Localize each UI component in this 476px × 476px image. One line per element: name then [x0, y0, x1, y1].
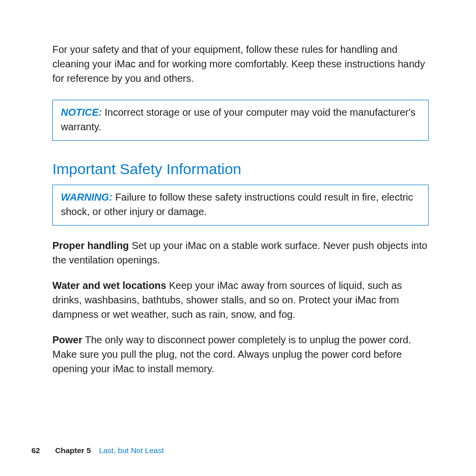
document-page: For your safety and that of your equipme…: [0, 0, 476, 376]
page-footer: 62 Chapter 5 Last, but Not Least: [31, 446, 164, 455]
chapter-label: Chapter 5: [55, 446, 91, 455]
paragraph-power: Power The only way to disconnect power c…: [52, 333, 429, 376]
page-number: 62: [31, 446, 40, 455]
run-in-heading: Proper handling: [52, 240, 129, 251]
chapter-title: Last, but Not Least: [99, 446, 164, 455]
paragraph-water: Water and wet locations Keep your iMac a…: [52, 278, 429, 322]
section-heading: Important Safety Information: [52, 161, 429, 178]
paragraph-text: The only way to disconnect power complet…: [52, 334, 411, 374]
notice-text: Incorrect storage or use of your compute…: [61, 107, 416, 132]
intro-paragraph: For your safety and that of your equipme…: [52, 42, 429, 86]
warning-text: Failure to follow these safety instructi…: [61, 192, 413, 217]
notice-callout: NOTICE: Incorrect storage or use of your…: [52, 100, 429, 141]
paragraph-proper-handling: Proper handling Set up your iMac on a st…: [52, 238, 429, 267]
notice-label: NOTICE:: [61, 107, 102, 118]
run-in-heading: Power: [52, 334, 82, 345]
warning-callout: WARNING: Failure to follow these safety …: [52, 185, 429, 226]
warning-label: WARNING:: [61, 192, 112, 203]
run-in-heading: Water and wet locations: [52, 280, 166, 291]
